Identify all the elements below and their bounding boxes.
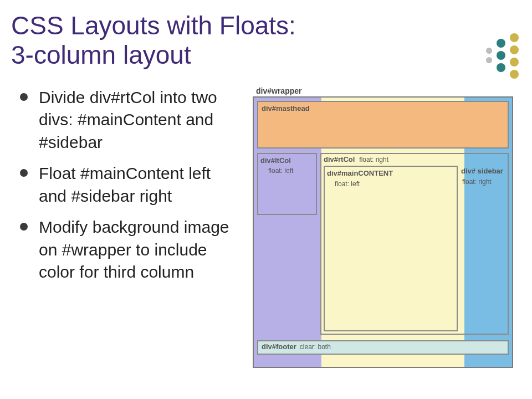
footer-note: clear: both — [300, 343, 331, 351]
slide-title: CSS Layouts with Floats: 3-column layout — [11, 11, 521, 70]
rtcol-note: float: right — [359, 156, 388, 163]
layout-diagram: div#wrapper div#masthead div#ltCol float… — [253, 86, 519, 368]
masthead-box: div#masthead — [257, 101, 509, 149]
title-line-1: CSS Layouts with Floats: — [11, 11, 296, 40]
maincontent-box: div#mainCONTENT float: left — [324, 166, 458, 331]
rtcol-label: div#rtCol — [324, 155, 355, 164]
slide: CSS Layouts with Floats: 3-column layout… — [0, 0, 532, 399]
bullet-item: Divide div#rtCol into two divs: #mainCon… — [20, 86, 242, 154]
sidebar-box: div# sidebar float: right — [460, 166, 505, 221]
maincontent-note: float: left — [327, 180, 454, 188]
sidebar-note: float: right — [461, 178, 504, 186]
bullet-item: Modify background image on #wrapper to i… — [20, 216, 242, 284]
ltcol-box: div#ltCol float: left — [257, 153, 317, 215]
footer-label: div#footer — [262, 342, 296, 351]
bullet-list: Divide div#rtCol into two divs: #mainCon… — [11, 86, 242, 368]
title-line-2: 3-column layout — [11, 40, 191, 69]
sidebar-label: div# sidebar — [461, 167, 504, 176]
maincontent-label: div#mainCONTENT — [327, 169, 454, 178]
bullet-item: Float #mainContent left and #sidebar rig… — [20, 162, 242, 207]
ltcol-note: float: left — [260, 167, 314, 175]
decorative-dots — [486, 33, 519, 79]
masthead-label: div#masthead — [262, 104, 504, 113]
footer-box: div#footer clear: both — [257, 340, 509, 355]
rtcol-box: div#rtCol float: right div#mainCONTENT f… — [320, 153, 509, 335]
wrapper-box: div#masthead div#ltCol float: left div#r… — [253, 96, 513, 368]
ltcol-label: div#ltCol — [260, 156, 314, 165]
wrapper-label: div#wrapper — [256, 86, 519, 95]
